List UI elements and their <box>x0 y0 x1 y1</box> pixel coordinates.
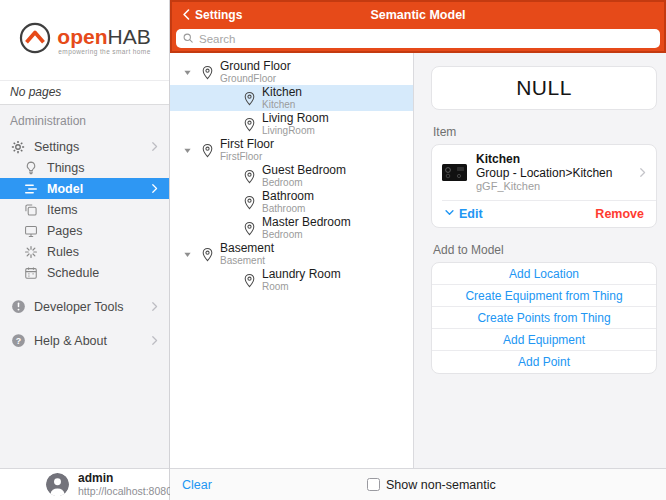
remove-button[interactable]: Remove <box>595 207 644 221</box>
svg-text:?: ? <box>15 336 20 346</box>
back-to-settings-link[interactable]: Settings <box>180 8 242 22</box>
add-action-label: Create Equipment from Thing <box>465 289 622 303</box>
location-pin-icon <box>200 65 215 80</box>
sidebar-item-settings[interactable]: Settings <box>0 136 169 157</box>
sidebar-item-model[interactable]: Model <box>0 178 169 199</box>
chevron-right-icon <box>149 183 161 195</box>
edit-label: Edit <box>459 207 483 221</box>
show-non-semantic-toggle[interactable]: Show non-semantic <box>367 469 496 500</box>
brand-wordmark: openHAB <box>57 26 150 47</box>
create-equipment-from-thing-button[interactable]: Create Equipment from Thing <box>432 285 656 307</box>
details-panel: NULL Item Kitchen Group - Location>Kitch… <box>413 53 666 468</box>
model-tree-icon <box>23 181 39 197</box>
sidebar-nav-items: Settings Things Model Items Pages Rules … <box>0 136 169 351</box>
search-icon <box>182 30 194 48</box>
tree-node-label: Ground Floor <box>220 60 291 73</box>
add-location-button[interactable]: Add Location <box>432 263 656 285</box>
caret-down-icon[interactable] <box>182 249 194 260</box>
add-to-model-actions: Add Location Create Equipment from Thing… <box>431 262 657 374</box>
location-pin-icon <box>242 117 257 132</box>
tree-node-living-room[interactable]: Living Room LivingRoom <box>170 111 413 137</box>
sidebar-item-schedule[interactable]: Schedule <box>0 262 169 283</box>
tree-node-label: Laundry Room <box>262 268 341 281</box>
sidebar-item-help-about[interactable]: ? Help & About <box>0 330 169 351</box>
add-to-model-section-label: Add to Model <box>433 243 655 257</box>
tree-node-label: Bathroom <box>262 190 314 203</box>
calendar-icon <box>23 265 39 281</box>
avatar-person-icon <box>46 473 69 496</box>
sidebar: openHAB empowering the smart home No pag… <box>0 0 170 500</box>
brand-tagline: empowering the smart home <box>57 48 150 55</box>
tree-node-master-bedroom[interactable]: Master Bedroom Bedroom <box>170 215 413 241</box>
tree-node-label: Living Room <box>262 112 329 125</box>
account-username: admin <box>78 472 172 485</box>
location-pin-icon <box>200 247 215 262</box>
tree-node-type: Bathroom <box>262 203 314 214</box>
location-pin-icon <box>242 169 257 184</box>
show-non-semantic-checkbox[interactable] <box>367 478 380 491</box>
tree-node-type: Room <box>262 281 341 292</box>
show-non-semantic-label: Show non-semantic <box>386 478 496 492</box>
item-id: gGF_Kitchen <box>476 180 628 193</box>
location-pin-icon <box>242 221 257 236</box>
brand-hab: HAB <box>107 25 150 48</box>
tree-node-type: Kitchen <box>262 99 302 110</box>
location-pin-icon <box>242 91 257 106</box>
sidebar-item-rules[interactable]: Rules <box>0 241 169 262</box>
add-action-label: Create Points from Thing <box>477 311 610 325</box>
add-point-button[interactable]: Add Point <box>432 351 656 373</box>
tree-node-type: Bedroom <box>262 177 346 188</box>
item-card-row[interactable]: Kitchen Group - Location>Kitchen gGF_Kit… <box>432 145 656 200</box>
tree-node-type: Bedroom <box>262 229 351 240</box>
chevron-down-icon <box>444 207 455 221</box>
caret-down-icon[interactable] <box>182 67 194 78</box>
tree-node-label: First Floor <box>220 138 274 151</box>
tree-node-label: Guest Bedroom <box>262 164 346 177</box>
edit-button[interactable]: Edit <box>444 207 483 221</box>
chevron-right-icon <box>149 335 161 347</box>
sidebar-item-items[interactable]: Items <box>0 199 169 220</box>
main-area: Settings Semantic Model Ground Floor Gro… <box>170 0 666 500</box>
tree-node-kitchen[interactable]: Kitchen Kitchen <box>170 85 413 111</box>
add-equipment-button[interactable]: Add Equipment <box>432 329 656 351</box>
tree-node-guest-bedroom[interactable]: Guest Bedroom Bedroom <box>170 163 413 189</box>
tree-node-basement[interactable]: Basement Basement <box>170 241 413 267</box>
add-action-label: Add Point <box>518 355 570 369</box>
chevron-left-icon <box>180 8 193 21</box>
sidebar-item-things[interactable]: Things <box>0 157 169 178</box>
location-pin-icon <box>242 195 257 210</box>
page-title: Semantic Model <box>172 8 664 22</box>
account-panel[interactable]: admin http://localhost:8080 <box>0 468 169 500</box>
tree-node-type: FirstFloor <box>220 151 274 162</box>
no-pages-note: No pages <box>0 80 169 105</box>
item-name: Kitchen <box>476 152 628 166</box>
tree-node-ground-floor[interactable]: Ground Floor GroundFloor <box>170 59 413 85</box>
search-input[interactable] <box>199 33 654 45</box>
item-type: Group - Location>Kitchen <box>476 166 628 180</box>
exclamation-circle-icon <box>10 299 26 315</box>
create-points-from-thing-button[interactable]: Create Points from Thing <box>432 307 656 329</box>
sidebar-item-developer-tools[interactable]: Developer Tools <box>0 296 169 317</box>
tree-node-type: Basement <box>220 255 274 266</box>
chevron-right-icon <box>149 141 161 153</box>
question-circle-icon: ? <box>10 333 26 349</box>
item-section-label: Item <box>433 125 655 139</box>
items-copy-icon <box>23 202 39 218</box>
openhab-logo: openHAB empowering the smart home <box>0 0 169 80</box>
bottom-toolbar: Clear Show non-semantic <box>170 468 666 500</box>
clear-button[interactable]: Clear <box>182 469 212 500</box>
chevron-right-icon <box>637 167 648 178</box>
location-pin-icon <box>242 273 257 288</box>
tree-node-type: GroundFloor <box>220 73 291 84</box>
tree-node-bathroom[interactable]: Bathroom Bathroom <box>170 189 413 215</box>
tree-node-laundry-room[interactable]: Laundry Room Room <box>170 267 413 293</box>
content: Ground Floor GroundFloor Kitchen Kitchen… <box>170 53 666 468</box>
caret-down-icon[interactable] <box>182 145 194 156</box>
chevron-right-icon <box>149 301 161 313</box>
item-state-card: NULL <box>431 66 657 110</box>
sidebar-item-pages[interactable]: Pages <box>0 220 169 241</box>
brand-open: open <box>57 25 107 48</box>
sidebar-nav: Administration Settings Things Model Ite… <box>0 105 169 351</box>
search-bar[interactable] <box>176 29 660 48</box>
tree-node-first-floor[interactable]: First Floor FirstFloor <box>170 137 413 163</box>
